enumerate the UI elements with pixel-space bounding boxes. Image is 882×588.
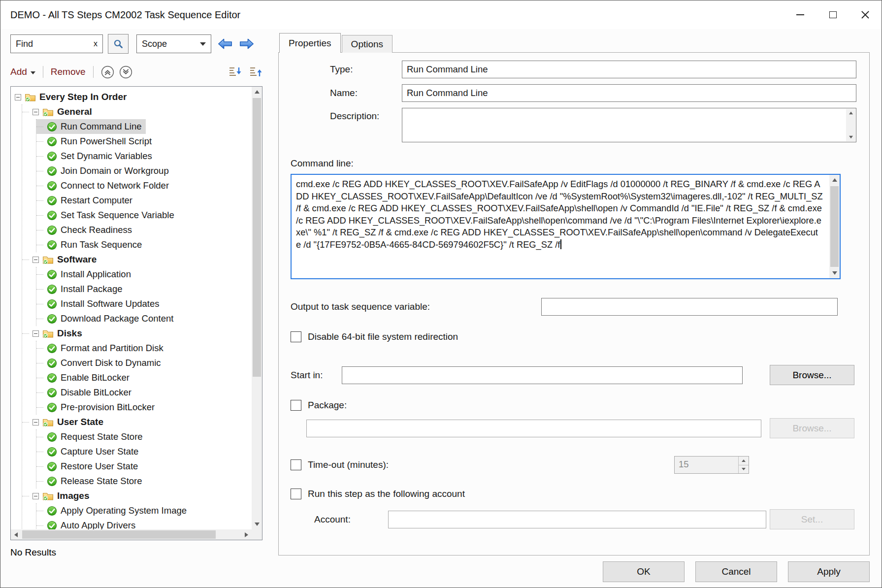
type-field[interactable]: Run Command Line: [402, 61, 856, 78]
tree-group[interactable]: Software: [22, 252, 100, 267]
step-check-icon: [47, 136, 57, 147]
find-clear-button[interactable]: x: [94, 39, 98, 48]
scroll-down-button[interactable]: [252, 519, 262, 529]
scope-dropdown[interactable]: Scope: [136, 34, 211, 53]
scroll-up-button[interactable]: [252, 87, 262, 97]
cancel-button[interactable]: Cancel: [695, 561, 777, 582]
tree-item[interactable]: Enable BitLocker: [36, 370, 133, 385]
tree-item[interactable]: Connect to Network Folder: [36, 178, 173, 193]
tree-item[interactable]: Run PowerShell Script: [36, 134, 156, 149]
output-variable-field[interactable]: [541, 298, 838, 316]
tree-item[interactable]: Convert Disk to Dynamic: [36, 356, 165, 370]
vertical-scroll-track[interactable]: [829, 185, 840, 268]
minimize-button[interactable]: [784, 0, 817, 29]
expand-tree-button[interactable]: [228, 66, 242, 78]
command-line-scrollbar[interactable]: [829, 175, 840, 278]
tree-group[interactable]: Images: [22, 489, 93, 503]
tree-item[interactable]: Set Dynamic Variables: [36, 149, 156, 163]
scroll-down-button[interactable]: [829, 268, 840, 278]
account-field: [388, 511, 766, 528]
tree-group[interactable]: Disks: [22, 326, 86, 341]
remove-button[interactable]: Remove: [51, 66, 86, 77]
search-button[interactable]: [108, 34, 129, 54]
tree-item[interactable]: Restart Computer: [36, 193, 136, 208]
step-check-icon: [47, 461, 57, 472]
tree-item[interactable]: Run Command Line: [36, 119, 146, 134]
account-label: Account:: [314, 514, 359, 525]
tree-item[interactable]: Pre-provision BitLocker: [36, 400, 159, 415]
name-value: Run Command Line: [407, 88, 488, 98]
description-scrollbar[interactable]: [846, 109, 855, 141]
tree-item[interactable]: Install Software Updates: [36, 296, 163, 311]
step-check-icon: [47, 521, 57, 530]
tree-item[interactable]: Install Package: [36, 282, 126, 296]
package-checkbox[interactable]: [291, 400, 301, 411]
add-button[interactable]: Add: [10, 66, 35, 77]
collapse-tree-button[interactable]: [249, 66, 262, 78]
tree-expander[interactable]: [33, 109, 39, 115]
tree-item-label: Disable BitLocker: [61, 387, 131, 398]
name-field[interactable]: Run Command Line: [402, 84, 856, 102]
tree-root-label: Every Step In Order: [39, 92, 127, 102]
spinner-down-button: [739, 465, 749, 474]
step-check-icon: [47, 343, 57, 354]
tree-expander[interactable]: [15, 94, 21, 100]
tree-item[interactable]: Download Package Content: [36, 311, 177, 326]
tree-item[interactable]: Run Task Sequence: [36, 237, 146, 252]
vertical-scroll-thumb[interactable]: [830, 186, 839, 267]
tree-item-label: Apply Operating System Image: [61, 505, 187, 516]
tree-item[interactable]: Format and Partition Disk: [36, 341, 167, 356]
tree-expander[interactable]: [33, 419, 39, 425]
start-in-field[interactable]: [342, 366, 743, 384]
run-as-account-checkbox[interactable]: [291, 489, 301, 499]
tab-options[interactable]: Options: [342, 35, 392, 53]
find-input[interactable]: Find x: [10, 34, 103, 53]
scroll-left-button[interactable]: [11, 529, 21, 540]
close-button[interactable]: [849, 0, 882, 29]
vertical-scroll-track[interactable]: [252, 97, 262, 519]
tree-item[interactable]: Restore User State: [36, 459, 142, 474]
apply-button[interactable]: Apply: [788, 561, 870, 582]
tree-expander[interactable]: [33, 330, 39, 337]
tree-group[interactable]: General: [22, 104, 96, 119]
find-next-button[interactable]: [239, 38, 255, 50]
horizontal-scroll-thumb[interactable]: [22, 530, 216, 539]
find-previous-button[interactable]: [217, 38, 233, 50]
tree-expander[interactable]: [33, 493, 39, 499]
tree-item[interactable]: Capture User State: [36, 444, 142, 459]
tree-item[interactable]: Disable BitLocker: [36, 385, 135, 400]
tree-item[interactable]: Join Domain or Workgroup: [36, 163, 173, 178]
vertical-scroll-thumb[interactable]: [253, 98, 261, 377]
scroll-right-button[interactable]: [241, 529, 252, 540]
chevron-down-icon: [31, 71, 35, 74]
disable-64bit-checkbox[interactable]: [291, 331, 301, 342]
description-field[interactable]: [402, 108, 856, 142]
tree-item[interactable]: Request State Store: [36, 429, 147, 444]
tree-item[interactable]: Check Readiness: [36, 223, 136, 237]
tree-item-label: Install Software Updates: [61, 298, 160, 309]
start-in-browse-button[interactable]: Browse...: [770, 365, 854, 385]
tree-item-label: Pre-provision BitLocker: [61, 402, 155, 413]
collapse-all-button[interactable]: [101, 65, 114, 79]
tree-root[interactable]: Every Step In Order: [15, 90, 131, 104]
tree-item[interactable]: Auto Apply Drivers: [36, 518, 139, 529]
maximize-button[interactable]: [817, 0, 849, 29]
tab-properties[interactable]: Properties: [279, 33, 341, 53]
tree-item[interactable]: Install Application: [36, 267, 135, 282]
step-check-icon: [47, 402, 57, 413]
tree-group[interactable]: User State: [22, 415, 107, 429]
expand-all-button[interactable]: [119, 65, 132, 79]
step-check-icon: [47, 122, 57, 132]
tree-vertical-scrollbar[interactable]: [252, 87, 262, 529]
command-line-field[interactable]: cmd.exe /c REG ADD HKEY_CLASSES_ROOT\XEV…: [291, 174, 841, 279]
tree-item[interactable]: Release State Store: [36, 474, 146, 489]
output-variable-label: Output to task sequence variable:: [291, 301, 430, 312]
timeout-checkbox[interactable]: [291, 459, 301, 470]
ok-button[interactable]: OK: [603, 561, 685, 582]
tree-expander[interactable]: [33, 257, 39, 263]
scroll-up-button[interactable]: [829, 175, 840, 185]
tree-item[interactable]: Apply Operating System Image: [36, 503, 191, 518]
tree-horizontal-scrollbar[interactable]: [11, 529, 252, 540]
tree-item[interactable]: Set Task Sequence Variable: [36, 208, 178, 223]
horizontal-scroll-track[interactable]: [21, 529, 241, 540]
